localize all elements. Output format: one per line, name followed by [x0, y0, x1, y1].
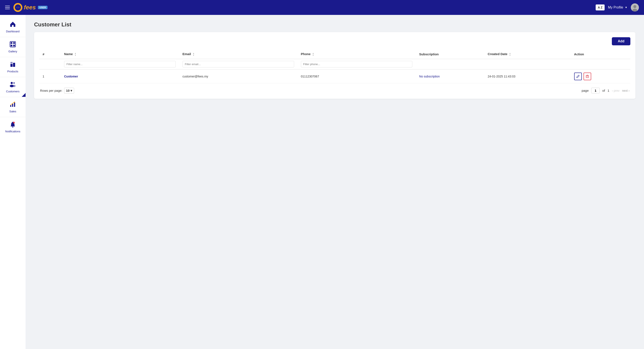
edit-button[interactable] [574, 72, 582, 80]
svg-point-21 [14, 102, 15, 103]
rows-per-page-select[interactable]: 10 ▾ [64, 88, 74, 94]
page-navigation: page of 1 ‹ prev next › [582, 88, 630, 93]
table-header-row: # Name ▲▼ Email ▲▼ Phone [39, 49, 630, 59]
sort-arrows-date: ▲▼ [509, 52, 511, 56]
sidebar-item-customers[interactable]: Customers [0, 77, 26, 97]
svg-rect-22 [11, 126, 15, 126]
col-name[interactable]: Name ▲▼ [61, 49, 179, 59]
app-header: fees USER A Z My Profile ▼ [0, 0, 644, 15]
col-subscription: Subscription [416, 49, 484, 59]
sidebar-item-sales[interactable]: Sales [0, 97, 26, 117]
svg-rect-9 [11, 45, 12, 46]
col-num: # [39, 49, 61, 59]
main-layout: Dashboard Gallery [0, 15, 644, 349]
filter-empty-num [39, 59, 61, 69]
table-body: 1 Customer customer@fees.my 01112307067 … [39, 69, 630, 83]
svg-rect-13 [10, 62, 12, 63]
profile-section[interactable]: My Profile ▼ [608, 5, 628, 9]
filter-email-cell [179, 59, 298, 69]
cell-email: customer@fees.my [179, 69, 298, 83]
add-button[interactable]: Add [612, 37, 630, 45]
svg-point-4 [633, 5, 636, 8]
sidebar-item-dashboard[interactable]: Dashboard [0, 17, 26, 37]
col-action: Action [571, 49, 630, 59]
prev-button[interactable]: ‹ prev [612, 89, 620, 92]
card-header: Add [39, 37, 630, 45]
rows-per-page-arrow: ▾ [70, 89, 72, 93]
sidebar-item-label-notifications: Notifications [5, 130, 20, 133]
cell-subscription: No subscription [416, 69, 484, 83]
rows-per-page-value: 10 [66, 89, 70, 92]
page-title: Customer List [34, 21, 636, 28]
table-wrapper: # Name ▲▼ Email ▲▼ Phone [39, 49, 630, 83]
svg-rect-10 [13, 45, 15, 46]
sort-arrows-phone: ▲▼ [312, 52, 314, 56]
svg-rect-11 [10, 64, 12, 67]
main-content: Customer List Add # Name ▲▼ [26, 15, 644, 349]
svg-point-15 [13, 82, 15, 84]
cell-action [571, 69, 630, 83]
sidebar-item-label-customers: Customers [6, 90, 20, 93]
filter-phone-input[interactable] [301, 61, 412, 67]
cell-name: Customer [61, 69, 179, 83]
sidebar: Dashboard Gallery [0, 15, 26, 349]
filter-name-input[interactable] [64, 61, 176, 67]
logo-text: fees [24, 4, 36, 11]
filter-email-input[interactable] [182, 61, 294, 67]
filter-empty-sub [416, 59, 484, 69]
subscription-status: No subscription [419, 75, 440, 78]
svg-point-24 [13, 122, 15, 123]
col-email[interactable]: Email ▲▼ [179, 49, 298, 59]
filter-empty-date [484, 59, 571, 69]
avatar[interactable] [631, 3, 639, 11]
col-phone[interactable]: Phone ▲▼ [298, 49, 416, 59]
rows-per-page-label: Rows per page: [40, 89, 62, 92]
header-left: fees USER [5, 3, 48, 12]
customer-link[interactable]: Customer [64, 75, 78, 78]
action-buttons [574, 72, 627, 80]
svg-rect-19 [12, 104, 13, 107]
svg-rect-25 [586, 75, 589, 78]
sidebar-item-products[interactable]: Products [0, 57, 26, 77]
notifications-icon [9, 121, 16, 129]
profile-name: My Profile [608, 5, 623, 9]
chevron-down-icon: ▼ [625, 6, 628, 9]
cell-num: 1 [39, 69, 61, 83]
svg-rect-18 [10, 105, 11, 107]
home-icon [9, 21, 16, 28]
customer-list-card: Add # Name ▲▼ [34, 32, 636, 99]
cell-created-date: 24-01-2025 11:43:03 [484, 69, 571, 83]
sidebar-item-label-dashboard: Dashboard [6, 30, 20, 33]
customer-table: # Name ▲▼ Email ▲▼ Phone [39, 49, 630, 83]
svg-rect-12 [13, 63, 15, 67]
next-button[interactable]: next › [622, 89, 630, 92]
customers-icon [9, 81, 16, 88]
trash-icon [586, 75, 589, 78]
of-label: of [602, 89, 605, 92]
edit-icon [576, 75, 580, 78]
svg-point-23 [12, 127, 14, 128]
cell-phone: 01112307067 [298, 69, 416, 83]
user-badge: USER [38, 6, 48, 9]
language-button[interactable]: A Z [596, 4, 604, 10]
table-row: 1 Customer customer@fees.my 01112307067 … [39, 69, 630, 83]
svg-rect-7 [11, 42, 12, 44]
svg-rect-20 [14, 103, 15, 107]
filter-phone-cell [298, 59, 416, 69]
page-number-input[interactable] [591, 88, 600, 93]
filter-name-cell [61, 59, 179, 69]
delete-button[interactable] [584, 72, 591, 80]
sidebar-item-notifications[interactable]: Notifications [0, 117, 26, 137]
sales-icon [9, 101, 16, 108]
sort-arrows-email: ▲▼ [193, 52, 194, 56]
menu-button[interactable] [5, 6, 10, 9]
page-label: page [582, 89, 589, 92]
filter-empty-action [571, 59, 630, 69]
svg-point-2 [17, 6, 19, 8]
sidebar-item-gallery[interactable]: Gallery [0, 37, 26, 57]
gallery-icon [9, 41, 16, 48]
col-created-date[interactable]: Created Date ▲▼ [484, 49, 571, 59]
svg-rect-8 [13, 42, 15, 44]
svg-point-14 [11, 82, 13, 84]
filter-row [39, 59, 630, 69]
